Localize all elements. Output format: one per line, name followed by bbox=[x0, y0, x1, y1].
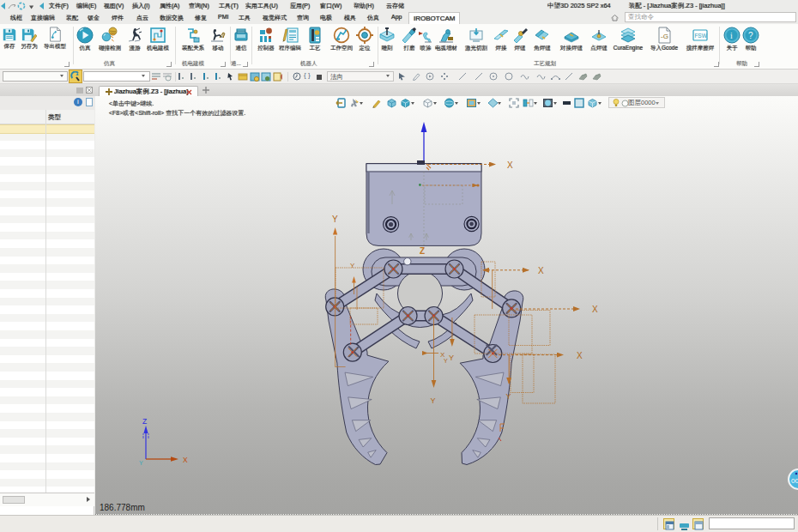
svg-text:Z: Z bbox=[142, 417, 147, 426]
svg-text:Y: Y bbox=[332, 215, 338, 224]
svg-text:X: X bbox=[592, 305, 598, 314]
svg-text:i: i bbox=[730, 31, 733, 40]
svg-text:00: 00 bbox=[791, 477, 798, 485]
svg-text:Y: Y bbox=[139, 460, 143, 466]
svg-text:?: ? bbox=[748, 31, 753, 40]
svg-text:X: X bbox=[507, 160, 513, 170]
svg-text:X: X bbox=[538, 266, 544, 275]
svg-text:X: X bbox=[183, 456, 188, 464]
svg-text:Y: Y bbox=[350, 262, 355, 269]
svg-text:Y: Y bbox=[431, 396, 436, 405]
svg-text:Z: Z bbox=[420, 246, 425, 256]
svg-text:FSW: FSW bbox=[694, 33, 707, 39]
svg-text:X: X bbox=[577, 351, 583, 360]
svg-text:-G: -G bbox=[661, 33, 668, 40]
svg-text:Y: Y bbox=[449, 354, 454, 362]
svg-text:Y: Y bbox=[444, 358, 448, 364]
svg-text:Y: Y bbox=[506, 392, 511, 401]
